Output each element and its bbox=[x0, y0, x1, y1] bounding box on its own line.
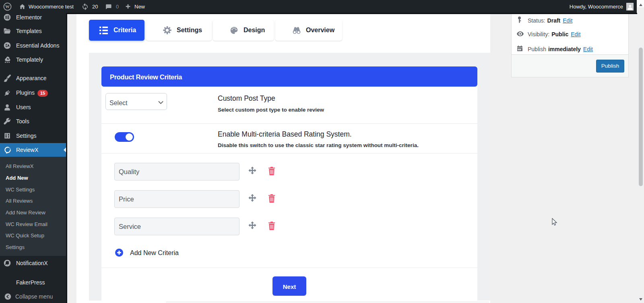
svg-text:W: W bbox=[5, 4, 10, 9]
